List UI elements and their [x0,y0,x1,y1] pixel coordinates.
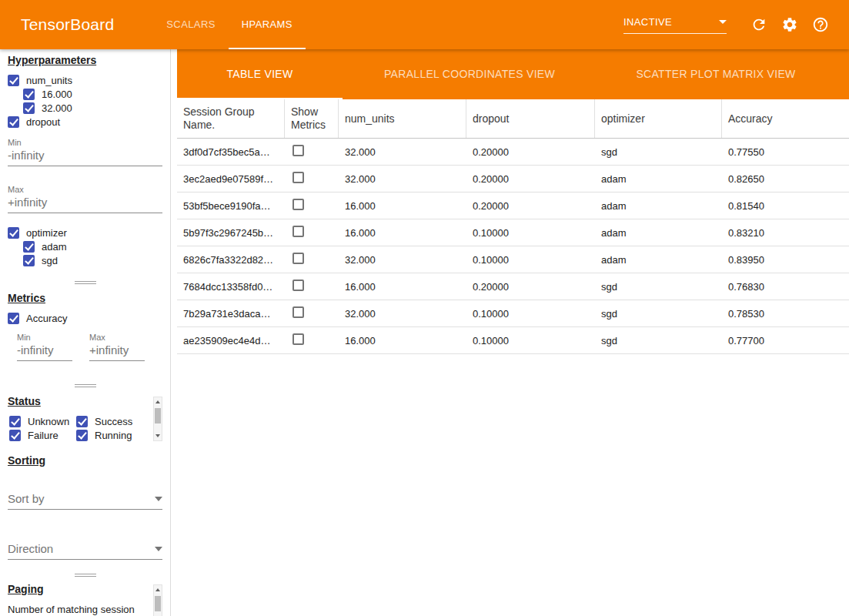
min-input[interactable]: -infinity [17,342,72,361]
checkbox-checked-icon [23,241,35,253]
checkbox-running[interactable]: Running [76,428,143,442]
max-input[interactable]: +infinity [89,342,145,361]
column-header-optimizer[interactable]: optimizer [595,99,722,138]
table-row: 7b29a731e3daca… 32.000 0.10000 sgd 0.785… [177,300,849,327]
table-row: 3ec2aed9e07589f… 32.000 0.20000 adam 0.8… [177,166,849,192]
view-tabs: TABLE VIEW PARALLEL COORDINATES VIEW SCA… [177,49,849,99]
show-metrics-checkbox[interactable] [292,280,304,291]
column-header-num-units[interactable]: num_units [339,99,466,138]
show-metrics-cell [285,306,339,320]
section-resize-handle[interactable] [75,574,96,577]
checkbox-accuracy[interactable]: Accuracy [8,311,162,325]
show-metrics-checkbox[interactable] [292,172,304,183]
checkbox-label: 32.000 [42,102,72,114]
column-header-session-group-name[interactable]: Session Group Name. [177,99,285,138]
tab-scalars[interactable]: SCALARS [153,0,229,49]
matching-groups-count: Number of matching session groups: 8 [8,604,142,616]
sorting-heading: Sorting [8,454,162,467]
num-units-cell: 16.000 [339,227,466,239]
checkbox-adam[interactable]: adam [23,239,162,253]
reload-button[interactable] [750,15,768,34]
checkbox-dropout[interactable]: dropout [8,115,162,129]
show-metrics-cell [285,172,339,186]
checkbox-label: optimizer [26,227,67,239]
dropout-cell: 0.10000 [466,308,595,320]
num-units-cell: 16.000 [339,200,466,212]
help-button[interactable] [811,15,830,34]
tab-parallel-coordinates-view[interactable]: PARALLEL COORDINATES VIEW [343,49,597,99]
optimizer-cell: adam [595,227,722,239]
show-metrics-checkbox[interactable] [292,333,304,345]
sorting-section: Sorting Sort by Direction [8,454,162,560]
column-header-dropout[interactable]: dropout [466,99,595,138]
checkbox-checked-icon [23,89,35,100]
reload-icon [750,16,767,33]
dropout-cell: 0.20000 [466,200,595,212]
table-row: 6826c7fa3322d82… 32.000 0.10000 adam 0.8… [177,246,849,273]
checkbox-checked-icon [76,416,88,427]
checkbox-label: num_units [26,75,72,86]
checkbox-label: Success [95,416,132,427]
checkbox-checked-icon [8,227,19,239]
hparams-main: TABLE VIEW PARALLEL COORDINATES VIEW SCA… [177,49,849,616]
show-metrics-checkbox[interactable] [292,145,304,156]
tab-table-view[interactable]: TABLE VIEW [177,49,343,99]
column-header-show-metrics[interactable]: Show Metrics [285,99,339,138]
num-units-cell: 32.000 [339,254,466,266]
session-group-name-cell: 53bf5bece9190fa… [177,200,285,212]
scrollbar-thumb[interactable] [155,408,161,424]
show-metrics-checkbox[interactable] [292,306,304,318]
paging-scrollbar[interactable] [153,584,162,616]
checkbox-16-000[interactable]: 16.000 [23,87,162,101]
tab-hparams[interactable]: HPARAMS [229,0,306,49]
optimizer-cell: sgd [595,308,722,320]
status-section: Status Unknown Success Failure Running [8,395,162,442]
status-scrollbar[interactable] [153,397,162,441]
scroll-up-icon[interactable] [154,397,162,407]
checkbox-label: sgd [42,255,58,266]
optimizer-cell: sgd [595,146,722,158]
scroll-up-icon[interactable] [154,585,162,594]
column-header-accuracy[interactable]: Accuracy [722,99,849,138]
scrollbar-thumb[interactable] [155,596,161,611]
scroll-down-icon[interactable] [154,431,162,440]
checkbox-unknown[interactable]: Unknown [9,414,76,428]
checkbox-sgd[interactable]: sgd [23,253,162,267]
direction-value: Direction [8,542,53,555]
dropout-cell: 0.20000 [466,146,595,158]
section-resize-handle[interactable] [75,384,96,387]
checkbox-label: Unknown [28,416,69,427]
settings-button[interactable] [780,15,799,34]
checkbox-32-000[interactable]: 32.000 [23,101,162,115]
dropout-cell: 0.10000 [466,254,595,266]
optimizer-cell: sgd [595,335,722,346]
optimizer-cell: adam [595,173,722,185]
checkbox-num-units[interactable]: num_units [8,73,162,87]
checkbox-success[interactable]: Success [76,414,143,428]
checkbox-checked-icon [9,416,21,427]
hparams-sidebar: Hyperparameters num_units 16.000 32.000 … [0,49,171,616]
show-metrics-checkbox[interactable] [292,199,304,210]
checkbox-optimizer[interactable]: optimizer [8,226,162,239]
show-metrics-cell [285,226,339,239]
min-input[interactable]: -infinity [8,147,162,166]
num-units-cell: 32.000 [339,173,466,185]
run-status-select[interactable]: INACTIVE [623,16,727,34]
show-metrics-cell [285,280,339,293]
show-metrics-checkbox[interactable] [292,253,304,264]
accuracy-cell: 0.77550 [722,146,849,158]
run-status-value: INACTIVE [623,16,672,28]
accuracy-cell: 0.81540 [722,200,849,212]
accuracy-filter: Min -infinity Max +infinity [17,333,162,361]
max-input[interactable]: +infinity [8,194,162,213]
checkbox-label: 16.000 [42,89,72,100]
section-resize-handle[interactable] [75,281,96,284]
checkbox-failure[interactable]: Failure [9,428,76,442]
num-units-cell: 16.000 [339,281,466,293]
show-metrics-checkbox[interactable] [292,226,304,237]
direction-select[interactable]: Direction [8,542,162,560]
status-heading: Status [8,395,162,408]
tab-scatter-plot-matrix-view[interactable]: SCATTER PLOT MATRIX VIEW [597,49,835,99]
status-checkbox-grid: Unknown Success Failure Running [9,414,162,442]
sort-by-select[interactable]: Sort by [8,492,162,510]
